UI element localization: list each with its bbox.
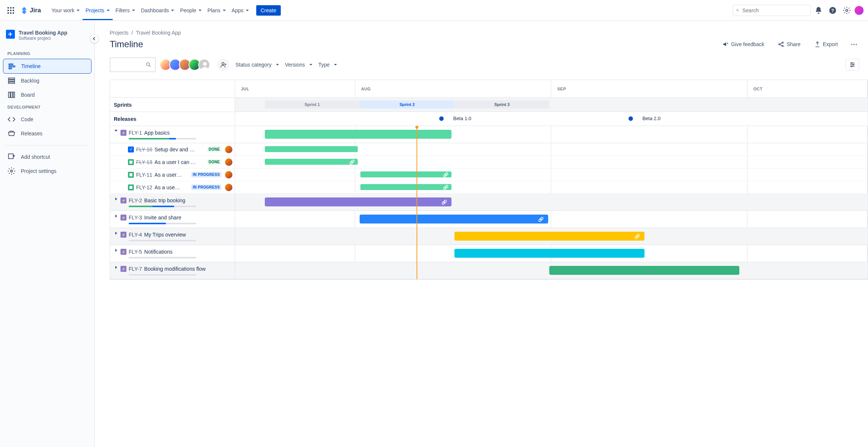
status-badge: DONE [207,159,221,165]
timeline-bar[interactable] [265,130,451,139]
nav-filters[interactable]: Filters [113,1,138,20]
svg-rect-12 [11,92,13,98]
release-label: Beta 1.0 [453,116,471,121]
release-marker[interactable] [629,116,633,121]
timeline-bar[interactable] [265,159,358,165]
type-filter[interactable]: Type [318,62,337,68]
issue-key[interactable]: FLY-5 [129,249,142,255]
top-nav: Jira Your workProjectsFiltersDashboardsP… [0,0,868,21]
collapse-sidebar-button[interactable] [90,34,99,43]
timeline-bar[interactable] [360,215,548,224]
project-type: Software project [19,36,67,41]
expand-toggle[interactable] [114,232,118,235]
progress-bar [129,206,196,207]
expand-toggle[interactable] [114,130,118,132]
sidebar-item-releases[interactable]: Releases [3,126,91,141]
sidebar-item-timeline[interactable]: Timeline [3,59,91,74]
svg-line-21 [780,43,782,44]
unassigned-avatar[interactable] [198,59,210,71]
add-people-button[interactable] [218,59,229,71]
jira-logo[interactable]: Jira [19,5,42,16]
expand-toggle[interactable] [114,249,118,252]
issue-key[interactable]: FLY-13 [136,159,152,165]
create-button[interactable]: Create [256,5,281,16]
assignee-avatar[interactable] [225,158,232,166]
assignee-avatar[interactable] [225,146,232,153]
svg-rect-13 [13,92,15,98]
epic-row[interactable]: FLY-1 App basics [110,126,235,143]
issue-summary: As a use… [155,184,189,190]
svg-rect-5 [9,64,13,65]
versions-filter[interactable]: Versions [285,62,312,68]
sprint-marker[interactable]: Sprint 1 [265,100,360,109]
settings-icon[interactable] [840,4,853,17]
sliders-icon [849,61,856,68]
timeline-bar[interactable] [265,146,358,152]
release-marker[interactable] [439,116,444,121]
issue-key[interactable]: FLY-11 [136,172,152,178]
search-icon [736,7,739,13]
timeline-bar[interactable] [549,266,739,275]
sprint-marker[interactable]: Sprint 3 [454,100,549,109]
global-search[interactable] [733,5,811,16]
status-category-filter[interactable]: Status category [235,62,279,68]
share-button[interactable]: Share [775,39,803,50]
epic-row[interactable]: FLY-2 Basic trip booking [110,194,235,211]
nav-apps[interactable]: Apps [229,1,252,20]
child-issue-row[interactable]: FLY-13 As a user I can … DONE [110,156,235,168]
svg-point-26 [222,62,224,65]
view-settings-button[interactable] [846,59,859,71]
epic-row[interactable]: FLY-4 My Trips overview [110,228,235,245]
notifications-icon[interactable] [812,4,825,17]
expand-toggle[interactable] [114,197,118,200]
issue-key[interactable]: FLY-3 [129,215,142,221]
epic-row[interactable]: FLY-3 Invite and share [110,211,235,228]
sidebar-item-project-settings[interactable]: Project settings [3,164,91,178]
nav-your-work[interactable]: Your work [48,1,83,20]
sidebar-item-add-shortcut[interactable]: Add shortcut [3,150,91,164]
expand-toggle[interactable] [114,266,118,269]
nav-plans[interactable]: Plans [205,1,229,20]
give-feedback-button[interactable]: Give feedback [720,39,767,50]
user-avatar[interactable] [855,6,864,15]
svg-rect-8 [9,78,15,80]
nav-projects[interactable]: Projects [83,1,113,20]
timeline-bar[interactable] [454,232,644,241]
svg-line-1 [738,11,739,12]
svg-rect-11 [9,92,10,98]
child-issue-row[interactable]: FLY-10 Setup dev and … DONE [110,143,235,156]
sidebar-item-board[interactable]: Board [3,88,91,102]
issue-summary: App basics [144,130,170,136]
breadcrumb-projects[interactable]: Projects [110,30,129,36]
sidebar-item-code[interactable]: Code [3,112,91,126]
export-button[interactable]: Export [812,39,840,50]
nav-people[interactable]: People [177,1,205,20]
link-icon [634,233,640,239]
timeline-bar[interactable] [265,197,451,206]
expand-toggle[interactable] [114,215,118,218]
search-input[interactable] [742,7,807,13]
issue-key[interactable]: FLY-2 [129,197,142,203]
epic-row[interactable]: FLY-7 Booking modifications flow [110,262,235,279]
child-issue-row[interactable]: FLY-12 As a use… IN PROGRESS [110,181,235,194]
issue-key[interactable]: FLY-7 [129,266,142,272]
timeline-search[interactable] [110,57,156,72]
issue-key[interactable]: FLY-4 [129,232,142,238]
breadcrumb-project[interactable]: Travel Booking App [136,30,181,36]
nav-dashboards[interactable]: Dashboards [138,1,177,20]
help-icon[interactable]: ? [826,4,839,17]
sprint-marker[interactable]: Sprint 2 [360,100,454,109]
issue-key[interactable]: FLY-12 [136,184,152,190]
issue-key[interactable]: FLY-1 [129,130,142,136]
sidebar-item-backlog[interactable]: Backlog [3,74,91,88]
timeline-bar[interactable] [454,249,644,258]
epic-row[interactable]: FLY-5 Notifications [110,245,235,262]
assignee-avatar[interactable] [225,171,232,179]
more-actions-button[interactable] [849,42,859,47]
assignee-avatar[interactable] [225,184,232,191]
timeline-bar[interactable] [360,184,451,190]
issue-key[interactable]: FLY-10 [136,147,152,152]
app-switcher-icon[interactable] [4,4,17,17]
child-issue-row[interactable]: FLY-11 As a user… IN PROGRESS [110,168,235,181]
timeline-bar[interactable] [360,171,451,177]
